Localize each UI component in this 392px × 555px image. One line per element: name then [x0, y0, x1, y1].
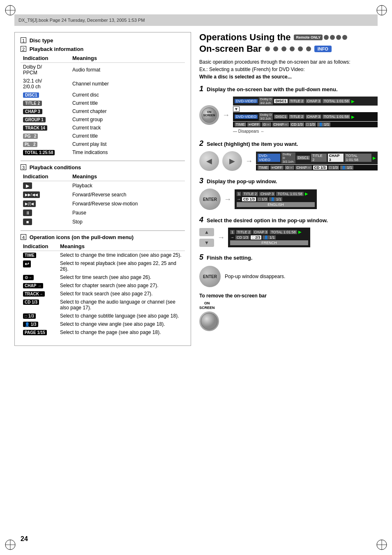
- col-meanings-2: Meanings: [70, 172, 185, 181]
- section2-title: Playback information: [30, 46, 83, 52]
- indication-cell: CHAP 3: [21, 107, 70, 115]
- popup-window-3: 1 TITLE 2 CHAP 3 TOTAL 1:01:58 ▶ → CD 1/…: [235, 189, 317, 209]
- dvd-label: DVD-VIDEO: [235, 99, 258, 103]
- play-s2: ▶: [373, 156, 376, 160]
- step3-num: 3: [199, 177, 203, 185]
- nav-left-btn[interactable]: ◀: [199, 151, 219, 171]
- table-row: ▶|/|◀ Forward/Reverse slow-motion: [21, 199, 185, 208]
- op-meaning: Select to change subtitle language (see …: [58, 312, 185, 320]
- step4-images: ▲ ▼ → 1 TITLE 2 CHAP 3 TOTAL 1:01:58 ▶: [199, 228, 378, 247]
- section4-num: 4: [21, 234, 26, 240]
- enter-btn-5[interactable]: ENTER: [199, 266, 221, 287]
- pb-icon-cell: ▶: [21, 181, 70, 191]
- step1-num: 1: [199, 85, 203, 93]
- p-title2: TITLE 2: [242, 192, 258, 196]
- right-column: Operations Using the Remote ONLY On-scre…: [199, 32, 378, 346]
- time-item: TIME: [235, 122, 246, 127]
- nav-right-btn[interactable]: ▶: [222, 151, 242, 171]
- dot2: [330, 35, 335, 40]
- pause-icon: ⏸: [23, 210, 32, 216]
- section2-num: 2: [21, 46, 26, 52]
- corner-mark-bl: [4, 539, 16, 551]
- p-cd: CD 1/3: [242, 197, 256, 201]
- operation-icons-table: Indication Meanings TIME Select to chang…: [21, 242, 185, 336]
- total-item-2: TOTAL 1:01:58: [323, 115, 350, 119]
- to-remove-area: ONSCREEN: [199, 301, 378, 331]
- screen-bar-3: TIME ↩OFF ⊙→ CHAP→ CD 1/3 □ 1/3 👤 1/1: [233, 122, 378, 127]
- dvd-label-2: DVD-VIDEO: [235, 115, 258, 119]
- section3: 3 Playback conditions: [21, 164, 185, 170]
- on-screen-remove-area: ONSCREEN: [199, 301, 378, 331]
- op-meaning: Select for track search (see also page 2…: [58, 290, 185, 298]
- content-area: 1 Disc type 2 Playback information Indic…: [14, 32, 378, 346]
- pb-meaning: Forward/Reverse slow-motion: [70, 199, 185, 208]
- meaning-cell: Current track: [70, 124, 185, 132]
- step2-bar1: DVD-VIDEO Dolby D3/2.1ch DISC1 TITLE 2 C…: [256, 152, 378, 164]
- p-play: ▶: [305, 191, 308, 196]
- table-row: □ 1/3 Select to change subtitle language…: [21, 312, 185, 320]
- op-meaning: Select to repeat playback (see also page…: [58, 259, 185, 273]
- audio-icon: CD 1/3: [23, 299, 39, 305]
- up-button[interactable]: ▲: [199, 228, 214, 236]
- meaning-cell: Current title: [70, 132, 185, 140]
- p-angle: 👤 1/1: [269, 197, 282, 201]
- section1-num: 1: [21, 37, 26, 43]
- header-bar: DX_T9[J].book Page 24 Tuesday, December …: [14, 14, 378, 26]
- title2-item: TITLE 2: [289, 99, 304, 103]
- cd-item: CD 1/3: [290, 122, 304, 127]
- track-search-icon: TRACK→: [23, 291, 45, 297]
- step1-on-screen-area: ON SCREEN: [199, 105, 219, 125]
- up-down-area: ▲ ▼: [199, 228, 214, 247]
- enter-btn-3[interactable]: ENTER: [199, 189, 221, 210]
- dot7: [281, 46, 286, 51]
- op-icon-cell: TIME: [21, 251, 58, 260]
- pb-icon-cell: ▶|/|◀: [21, 199, 70, 208]
- left-column: 1 Disc type 2 Playback information Indic…: [14, 32, 191, 346]
- p-chap3: CHAP 3: [259, 192, 275, 196]
- indication-cell: DISC1: [21, 91, 70, 99]
- pb-meaning: Forward/Reverse search: [70, 190, 185, 199]
- dolby-label-s2: Dolby D3/2.1ch: [281, 152, 295, 164]
- meaning-cell: Time indications: [70, 148, 185, 157]
- down-button[interactable]: ▼: [199, 239, 214, 247]
- op-icon-cell: ↩: [21, 259, 58, 273]
- chap3-s2: CHAP 3: [328, 154, 344, 162]
- p4-play: ▶: [298, 230, 302, 234]
- corner-mark-tr: [376, 4, 388, 16]
- op-icon-cell: □ 1/3: [21, 312, 58, 320]
- p4-arrow: →: [230, 235, 234, 240]
- on-screen-btn-1[interactable]: ON SCREEN: [199, 105, 219, 125]
- popup-bar1-4: 1 TITLE 2 CHAP 3 TOTAL 1:01:58 ▶: [230, 230, 308, 234]
- table-row: ⊙→ Select for time search (see also page…: [21, 273, 185, 281]
- dot1: [324, 35, 329, 40]
- play-btn: ▶: [351, 99, 355, 104]
- on-screen-btn-remove[interactable]: [199, 311, 219, 331]
- popup-disappears-text: Pop-up window disappears.: [225, 274, 285, 279]
- table-row: PAGE 1/15 Select to change the page (see…: [21, 328, 185, 336]
- track14-badge: TRACK 14: [23, 125, 47, 131]
- ops-description: Basic operation procedures through the o…: [199, 58, 378, 81]
- table-row: DISC1 Current disc: [21, 91, 185, 99]
- op-icon-cell: CHAP →: [21, 281, 58, 290]
- section-divider-3: [21, 230, 185, 231]
- meaning-cell: Current chapter: [70, 107, 185, 115]
- popup-bar1-3: 1 TITLE 2 CHAP 3 TOTAL 1:01:58 ▶: [237, 191, 315, 196]
- op-icon-cell: 👤 1/3: [21, 320, 58, 328]
- remote-only-area: Remote ONLY: [294, 35, 347, 40]
- screen-bar-2: DVD-VIDEO Dolby D3/2.1ch DISC1 TITLE 2 C…: [233, 112, 378, 121]
- p4-sub: □ 2/3: [251, 235, 261, 240]
- meaning-cell: Current disc: [70, 91, 185, 99]
- table-row: ▶ Playback: [21, 181, 185, 191]
- stop-icon: ■: [23, 219, 32, 225]
- step3-arrow: →: [224, 195, 231, 204]
- chap3-item: CHAP 3: [306, 99, 321, 103]
- step1-arrow: →: [222, 111, 230, 120]
- col-indication-2: Indication: [21, 172, 70, 181]
- title2-item-2: TITLE 2: [289, 115, 304, 119]
- table-row: CD 1/3 Select to change the audio langua…: [21, 298, 185, 312]
- op-meaning: Select to change view angle (see also pa…: [58, 320, 185, 328]
- chap-s2: CHAP→: [295, 166, 312, 170]
- step1: 1 Display the on-screen bar with the pul…: [199, 85, 378, 134]
- total-badge: TOTAL 1:25:58: [23, 150, 55, 155]
- disappears-label: — Disappears: [233, 129, 259, 134]
